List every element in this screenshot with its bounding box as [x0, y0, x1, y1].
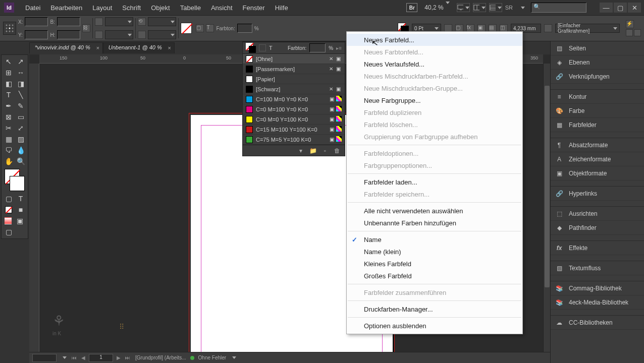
- panel-seiten[interactable]: ▤Seiten: [551, 41, 644, 55]
- apply-none-icon[interactable]: [3, 204, 15, 215]
- menu-schrift[interactable]: Schrift: [117, 1, 146, 15]
- doc-tab-0[interactable]: *vinovivir.indd @ 40 %×: [29, 42, 103, 53]
- panel-textumfluss[interactable]: ▧Textumfluss: [551, 261, 644, 275]
- panel-kontur[interactable]: ≡Kontur: [551, 90, 644, 104]
- panel-zeichenformate[interactable]: AZeichenformate: [551, 152, 644, 166]
- corner-icon[interactable]: [544, 24, 552, 32]
- shear-input[interactable]: [148, 30, 176, 39]
- search-input[interactable]: 🔍: [531, 3, 586, 13]
- screen-mode-icon[interactable]: [457, 3, 470, 12]
- y-input[interactable]: [25, 30, 48, 39]
- tint-input[interactable]: [237, 24, 252, 33]
- scale-x-icon[interactable]: [95, 18, 103, 26]
- ctx-item[interactable]: Großes Farbfeld: [347, 270, 522, 282]
- rotate-input[interactable]: [148, 17, 176, 26]
- swatch-menu-icon[interactable]: ▾: [296, 147, 305, 155]
- fill-stroke-swatch[interactable]: [5, 169, 25, 191]
- selection-tool[interactable]: ↖: [3, 56, 15, 67]
- menu-hilfe[interactable]: Hilfe: [270, 1, 293, 15]
- preflight-profile[interactable]: [Grundprofil] (Arbeits...: [135, 355, 186, 360]
- ctx-item[interactable]: Neue Farbgruppe...: [347, 94, 522, 106]
- swatch-row[interactable]: [Papier]: [243, 74, 345, 84]
- eyedropper-tool[interactable]: 💧: [15, 145, 27, 156]
- view-mode-preview-icon[interactable]: ▢: [3, 226, 15, 237]
- new-group-icon[interactable]: 📁: [308, 147, 317, 155]
- note-tool[interactable]: 🗨: [3, 145, 15, 156]
- panel-farbfelder[interactable]: ▦Farbfelder: [551, 118, 644, 132]
- free-transform-tool[interactable]: ⤢: [15, 123, 27, 134]
- next-page-button[interactable]: ▶: [115, 354, 122, 361]
- gradient-swatch-tool[interactable]: ▦: [3, 134, 15, 145]
- w-input[interactable]: [57, 17, 80, 26]
- panel-effekte[interactable]: fxEffekte: [551, 241, 644, 255]
- menu-datei[interactable]: Datei: [20, 1, 45, 15]
- x-input[interactable]: [25, 17, 48, 26]
- reference-point-icon[interactable]: [3, 22, 16, 35]
- mini2-icon[interactable]: [634, 29, 641, 36]
- panel-fill-stroke-icon[interactable]: [246, 43, 256, 53]
- swatch-row[interactable]: [Passermarken]✕▣: [243, 64, 345, 74]
- panel-hyperlinks[interactable]: 🔗Hyperlinks: [551, 187, 644, 201]
- doc-tab-1[interactable]: Unbenannt-1 @ 40 %×: [103, 42, 175, 53]
- content-placer-tool[interactable]: ◨: [15, 78, 27, 89]
- constrain-icon[interactable]: ⛓: [82, 24, 90, 32]
- swatch-row[interactable]: C=75 M=5 Y=100 K=0▣: [243, 135, 345, 145]
- arrange-docs-icon[interactable]: [473, 3, 486, 12]
- scale-y-input[interactable]: [105, 30, 133, 39]
- scissors-tool[interactable]: ✂: [3, 123, 15, 134]
- gap-tool[interactable]: ↔: [15, 67, 27, 78]
- panel-ebenen[interactable]: ◈Ebenen: [551, 55, 644, 70]
- panel-absatzformate[interactable]: ¶Absatzformate: [551, 138, 644, 152]
- menu-objekt[interactable]: Objekt: [146, 1, 175, 15]
- text-icon[interactable]: T: [206, 24, 214, 32]
- apply-gradient-icon[interactable]: [5, 217, 12, 224]
- prev-page-button[interactable]: ◀: [80, 354, 87, 361]
- close-icon[interactable]: ×: [168, 45, 171, 51]
- new-swatch-icon[interactable]: ▫: [320, 147, 330, 155]
- menu-bearbeiten[interactable]: Bearbeiten: [45, 1, 87, 15]
- apply-color-icon[interactable]: ■: [15, 204, 27, 215]
- pen-tool[interactable]: ✒: [3, 100, 15, 111]
- panel-objektformate[interactable]: ▣Objektformate: [551, 166, 644, 180]
- panel-cc-bibliotheken[interactable]: ☁CC-Bibliotheken: [551, 316, 644, 330]
- ctx-item[interactable]: Neues Verlaufsfeld...: [347, 58, 522, 70]
- preflight-errors[interactable]: Ohne Fehler: [198, 355, 227, 360]
- panel-tint-input[interactable]: [309, 43, 326, 52]
- bridge-icon[interactable]: Br: [406, 3, 417, 12]
- zoom-level[interactable]: 40,2 %: [420, 3, 453, 12]
- panel-commag-bibliothek[interactable]: 📚Commag-Bibliothek: [551, 281, 644, 295]
- ctx-item[interactable]: Unbenannte Farben hinzufügen: [347, 217, 522, 229]
- line-tool[interactable]: ╲: [15, 89, 27, 100]
- swatch-row[interactable]: C=0 M=0 Y=100 K=0▣: [243, 114, 345, 125]
- close-button[interactable]: ✕: [628, 3, 641, 13]
- format-text-icon[interactable]: T: [15, 193, 27, 204]
- maximize-button[interactable]: ▢: [614, 3, 627, 13]
- panel-verknüpfungen[interactable]: 🔗Verknüpfungen: [551, 70, 644, 84]
- fill-color-icon[interactable]: [181, 23, 192, 34]
- menu-tabelle[interactable]: Tabelle: [175, 1, 206, 15]
- swatch-row[interactable]: [Ohne]✕▣: [243, 54, 345, 64]
- zoom-input[interactable]: [32, 354, 57, 362]
- pencil-tool[interactable]: ✎: [15, 100, 27, 111]
- panel-pathfinder[interactable]: ◆Pathfinder: [551, 221, 644, 235]
- content-collector-tool[interactable]: ◧: [3, 78, 15, 89]
- last-page-button[interactable]: ⏭: [124, 354, 131, 361]
- type-tool[interactable]: T: [3, 89, 15, 100]
- panel-farbe[interactable]: 🎨Farbe: [551, 104, 644, 118]
- minimize-button[interactable]: —: [600, 3, 613, 13]
- scale-y-icon[interactable]: [95, 31, 103, 39]
- ctx-item[interactable]: Kleines Farbfeld: [347, 258, 522, 270]
- format-container-icon[interactable]: ▢: [3, 193, 15, 204]
- shear-icon[interactable]: [138, 31, 146, 39]
- page-number-input[interactable]: 1: [89, 354, 113, 362]
- delete-swatch-icon[interactable]: 🗑: [333, 147, 342, 155]
- first-page-button[interactable]: ⏮: [71, 354, 78, 361]
- rectangle-frame-tool[interactable]: ⊠: [3, 111, 15, 123]
- zoom-tool[interactable]: 🔍: [15, 156, 27, 167]
- panel-opt1-icon[interactable]: ⚡: [626, 20, 634, 28]
- gradient-feather-tool[interactable]: ▨: [15, 134, 27, 145]
- ctx-item[interactable]: Druckfarben-Manager...: [347, 303, 522, 315]
- swatch-row[interactable]: C=100 M=0 Y=0 K=0▣: [243, 94, 345, 104]
- panel-4eck-media-bibliothek[interactable]: 📚4eck-Media-Bibliothek: [551, 295, 644, 310]
- container-mode-icon[interactable]: [259, 44, 266, 51]
